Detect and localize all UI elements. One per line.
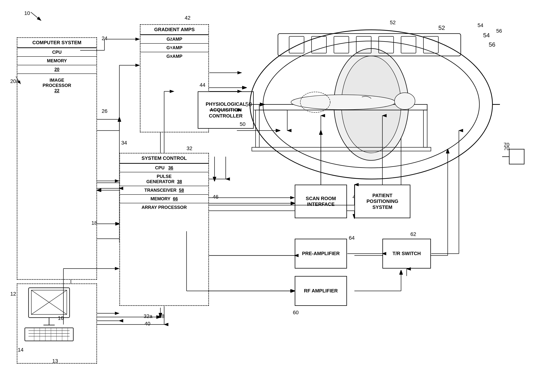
ref-64: 64 xyxy=(349,235,355,241)
memory-row: MEMORY xyxy=(17,56,97,65)
ref-24: 24 xyxy=(102,35,107,41)
ref10-arrow xyxy=(29,10,44,21)
svg-rect-62 xyxy=(334,36,349,53)
ref-60: 60 xyxy=(293,310,299,316)
workstation-illustration xyxy=(17,284,84,351)
svg-rect-66 xyxy=(423,36,438,53)
svg-rect-69 xyxy=(423,110,427,147)
ref-16: 16 xyxy=(58,315,64,321)
rf-amplifier-box: RF AMPLIFIER xyxy=(295,276,347,306)
pre-amplifier-title: PRE-AMPLIFIER xyxy=(301,250,341,257)
cpu-36-row: CPU 36 xyxy=(120,163,208,172)
svg-text:50: 50 xyxy=(245,101,252,108)
svg-rect-60 xyxy=(289,36,304,53)
svg-text:54: 54 xyxy=(483,32,490,39)
cpu-row: CPU xyxy=(17,48,97,56)
transceiver-row: TRANSCEIVER 58 xyxy=(120,186,208,194)
ref-40: 40 xyxy=(145,321,150,327)
diagram-container: 10 COMPUTER SYSTEM CPU MEMORY 20 IMAGE P… xyxy=(0,0,557,392)
rf-amplifier-title: RF AMPLIFIER xyxy=(302,287,339,294)
svg-point-71 xyxy=(291,95,395,110)
workstation-box xyxy=(17,284,97,364)
ref-46: 46 xyxy=(213,194,218,200)
computer-system-box: COMPUTER SYSTEM CPU MEMORY 20 IMAGE PROC… xyxy=(17,37,97,280)
ref-13: 13 xyxy=(52,358,58,364)
ref-54: 54 xyxy=(477,22,483,28)
svg-rect-38 xyxy=(29,288,70,318)
svg-rect-70 xyxy=(252,147,431,151)
ref-70-label: 70 xyxy=(504,146,509,151)
svg-text:52: 52 xyxy=(438,24,445,31)
svg-text:56: 56 xyxy=(489,41,495,48)
pre-amplifier-box: PRE-AMPLIFIER xyxy=(295,239,347,269)
svg-rect-44 xyxy=(25,328,73,341)
ref-26: 26 xyxy=(102,108,107,114)
ref-62: 62 xyxy=(410,231,416,237)
ref-12: 12 xyxy=(10,291,16,297)
gz-row: GZ AMP xyxy=(140,35,208,43)
computer-system-title: COMPUTER SYSTEM xyxy=(17,38,97,48)
system-control-box: SYSTEM CONTROL CPU 36 PULSE GENERATOR 38… xyxy=(119,153,209,306)
gradient-amps-title: GRADIENT AMPS xyxy=(140,25,208,35)
svg-line-36 xyxy=(16,76,21,84)
tr-switch-title: T/R SWITCH xyxy=(391,250,422,257)
ref-42: 42 xyxy=(185,15,190,21)
patient-positioning-title: PATIENT POSITIONING SYSTEM xyxy=(355,192,410,211)
ref-50: 50 xyxy=(240,121,246,127)
image-processor-row: IMAGE PROCESSOR 22 xyxy=(17,74,97,97)
svg-rect-121 xyxy=(509,149,524,164)
gx-row: GX AMP xyxy=(140,52,208,60)
ref20-row: 20 xyxy=(17,65,97,74)
ref-32: 32 xyxy=(187,146,192,151)
scan-room-box: SCAN ROOM INTERFACE xyxy=(295,185,347,218)
ref-18: 18 xyxy=(91,220,97,226)
mri-machine-illustration: 50 52 54 56 xyxy=(241,15,502,183)
ref-68: 68 xyxy=(159,313,164,319)
gy-row: GY AMP xyxy=(140,43,208,52)
ref-52: 52 xyxy=(390,20,396,25)
ref-56: 56 xyxy=(496,28,502,34)
ref-34: 34 xyxy=(121,140,127,146)
ref-44: 44 xyxy=(200,82,205,88)
scan-room-title: SCAN ROOM INTERFACE xyxy=(295,195,346,208)
array-processor-row: ARRAY PROCESSOR xyxy=(120,203,208,212)
svg-line-34 xyxy=(31,12,41,21)
ref-32a: 32a xyxy=(144,313,152,319)
memory-66-row: MEMORY 66 xyxy=(120,194,208,203)
svg-point-72 xyxy=(394,93,415,109)
ref20a-arrow xyxy=(10,75,21,86)
system-control-title: SYSTEM CONTROL xyxy=(120,154,208,163)
ref-14: 14 xyxy=(18,347,24,353)
patient-positioning-box: PATIENT POSITIONING SYSTEM xyxy=(354,185,410,218)
pulse-gen-row: PULSE GENERATOR 38 xyxy=(120,172,208,186)
tr-switch-box: T/R SWITCH xyxy=(382,239,431,269)
